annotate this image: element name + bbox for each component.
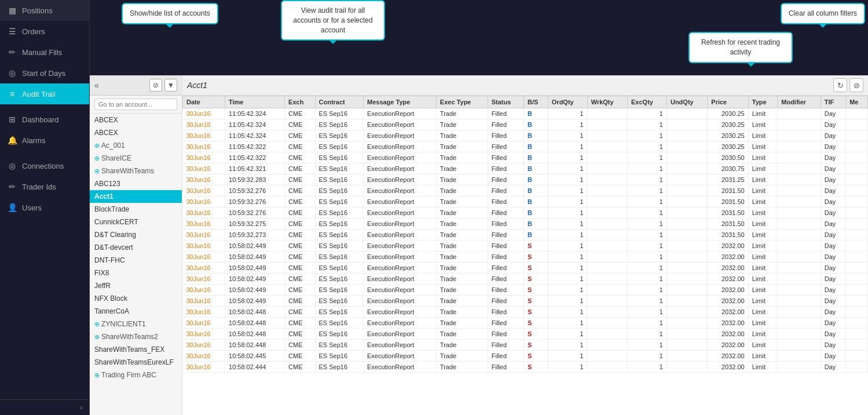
account-list-item[interactable]: Acct1 [90, 190, 182, 203]
account-list-item[interactable]: D&T Clearing [90, 228, 182, 241]
sidebar-item-positions[interactable]: ▦ Positions [0, 0, 89, 21]
clear-account-filter-button[interactable]: ⊘ [149, 79, 162, 92]
table-cell: ExecutionReport [363, 263, 436, 274]
table-row[interactable]: 30Jun1610:58:02.448CMEES Sep16ExecutionR… [183, 318, 868, 329]
table-cell: Day [821, 130, 845, 141]
table-row[interactable]: 30Jun1611:05:42.324CMEES Sep16ExecutionR… [183, 130, 868, 141]
table-row[interactable]: 30Jun1610:58:02.449CMEES Sep16ExecutionR… [183, 296, 868, 307]
sidebar-item-audit-trail[interactable]: ≡ Audit Trail [0, 83, 89, 104]
column-header-message-type[interactable]: Message Type [363, 96, 436, 108]
table-row[interactable]: 30Jun1611:05:42.324CMEES Sep16ExecutionR… [183, 119, 868, 130]
table-cell [587, 241, 627, 252]
account-list-item[interactable]: TannerCoA [90, 305, 182, 318]
table-cell: Day [821, 252, 845, 263]
account-list-item[interactable]: ⊕ShareICE [90, 152, 182, 165]
column-header-wrkqty[interactable]: WrkQty [587, 96, 627, 108]
table-row[interactable]: 30Jun1610:59:32.275CMEES Sep16ExecutionR… [183, 219, 868, 230]
table-row[interactable]: 30Jun1611:05:42.324CMEES Sep16ExecutionR… [183, 108, 868, 119]
table-cell: ExecutionReport [363, 329, 436, 340]
account-list-item[interactable]: ShareWithTeams_FEX [90, 343, 182, 356]
table-cell: CME [285, 141, 315, 152]
column-header-undqty[interactable]: UndQty [666, 96, 707, 108]
table-cell: Trade [436, 185, 488, 196]
column-header-tif[interactable]: TIF [821, 96, 845, 108]
sidebar-item-users[interactable]: 👤 Users [0, 197, 89, 218]
table-row[interactable]: 30Jun1610:58:02.449CMEES Sep16ExecutionR… [183, 263, 868, 274]
account-list-item[interactable]: CunnickCERT [90, 216, 182, 228]
account-list-item[interactable]: D&T-devcert [90, 241, 182, 254]
column-header-date[interactable]: Date [183, 96, 225, 108]
table-cell: 1 [628, 130, 667, 141]
sidebar-item-trader-ids[interactable]: ✏ Trader Ids [0, 176, 89, 197]
table-row[interactable]: 30Jun1611:05:42.322CMEES Sep16ExecutionR… [183, 141, 868, 152]
account-panel-collapse[interactable]: « [94, 81, 99, 90]
toolbar-right: ↻ ⊘ [833, 78, 863, 92]
column-header-contract[interactable]: Contract [315, 96, 363, 108]
table-cell: ExecutionReport [363, 119, 436, 130]
column-header-price[interactable]: Price [708, 96, 748, 108]
table-cell: ES Sep16 [315, 362, 363, 373]
account-list-item[interactable]: NFX Block [90, 292, 182, 305]
column-header-exch[interactable]: Exch [285, 96, 315, 108]
column-header-me[interactable]: Me [846, 96, 868, 108]
table-cell: Limit [748, 141, 778, 152]
account-list-item[interactable]: FIX8 [90, 267, 182, 279]
refresh-button[interactable]: ↻ [833, 78, 847, 92]
sidebar-item-start-of-days[interactable]: ◎ Start of Days [0, 63, 89, 83]
table-row[interactable]: 30Jun1610:58:02.445CMEES Sep16ExecutionR… [183, 351, 868, 362]
sidebar-item-orders[interactable]: ☰ Orders [0, 21, 89, 42]
account-list-item[interactable]: ABCEX [90, 126, 182, 139]
table-row[interactable]: 30Jun1610:59:32.276CMEES Sep16ExecutionR… [183, 208, 868, 219]
account-list-item[interactable]: ⊕ShareWithTeams2 [90, 330, 182, 343]
account-list-item[interactable]: ⊕Ac_001 [90, 139, 182, 152]
table-row[interactable]: 30Jun1610:58:02.444CMEES Sep16ExecutionR… [183, 362, 868, 373]
table-row[interactable]: 30Jun1610:58:02.449CMEES Sep16ExecutionR… [183, 252, 868, 263]
account-list-item[interactable]: ⊕Trading Firm ABC [90, 369, 182, 381]
table-row[interactable]: 30Jun1610:59:32.283CMEES Sep16ExecutionR… [183, 174, 868, 185]
table-row[interactable]: 30Jun1611:05:42.322CMEES Sep16ExecutionR… [183, 152, 868, 163]
column-header-b-s[interactable]: B/S [523, 96, 548, 108]
table-cell [587, 196, 627, 208]
column-header-type[interactable]: Type [748, 96, 778, 108]
table-cell: CME [285, 196, 315, 208]
column-header-exec-type[interactable]: Exec Type [436, 96, 488, 108]
table-row[interactable]: 30Jun1610:58:02.448CMEES Sep16ExecutionR… [183, 340, 868, 351]
account-list-item[interactable]: ShareWithTeamsEurexLF [90, 356, 182, 369]
table-row[interactable]: 30Jun1610:59:32.276CMEES Sep16ExecutionR… [183, 185, 868, 196]
account-list-item[interactable]: ABC123 [90, 177, 182, 190]
column-header-excqty[interactable]: ExcQty [628, 96, 667, 108]
table-row[interactable]: 30Jun1610:58:02.448CMEES Sep16ExecutionR… [183, 329, 868, 340]
clear-filters-button[interactable]: ⊘ [849, 78, 863, 92]
table-cell: Filled [488, 130, 523, 141]
table-row[interactable]: 30Jun1610:58:02.449CMEES Sep16ExecutionR… [183, 241, 868, 252]
column-header-modifier[interactable]: Modifier [778, 96, 821, 108]
table-cell: Filled [488, 340, 523, 351]
account-list-item[interactable]: BlockTrade [90, 203, 182, 216]
column-header-status[interactable]: Status [488, 96, 523, 108]
table-cell: ES Sep16 [315, 152, 363, 163]
table-row[interactable]: 30Jun1610:59:32.273CMEES Sep16ExecutionR… [183, 230, 868, 241]
table-row[interactable]: 30Jun1611:05:42.321CMEES Sep16ExecutionR… [183, 163, 868, 174]
table-row[interactable]: 30Jun1610:58:02.449CMEES Sep16ExecutionR… [183, 285, 868, 296]
account-list-item[interactable]: ABCEX [90, 114, 182, 126]
account-list-item[interactable]: ⊕ZYNICLIENT1 [90, 318, 182, 330]
column-header-time[interactable]: Time [225, 96, 285, 108]
account-list-item[interactable]: ⊕ShareWithTeams [90, 165, 182, 177]
column-header-ordqty[interactable]: OrdQty [548, 96, 587, 108]
account-list-item[interactable]: DNT-FHC [90, 254, 182, 267]
table-cell [587, 252, 627, 263]
sidebar-item-manual-fills[interactable]: ✏ Manual Fills [0, 42, 89, 63]
table-row[interactable]: 30Jun1610:58:02.448CMEES Sep16ExecutionR… [183, 307, 868, 318]
table-cell: 1 [628, 208, 667, 219]
account-search-input[interactable] [94, 99, 177, 110]
table-cell [778, 163, 821, 174]
table-row[interactable]: 30Jun1610:58:02.449CMEES Sep16ExecutionR… [183, 274, 868, 285]
filter-account-button[interactable]: ▼ [164, 79, 177, 92]
account-list-item[interactable]: JeffR [90, 279, 182, 292]
table-row[interactable]: 30Jun1610:59:32.276CMEES Sep16ExecutionR… [183, 196, 868, 208]
sidebar-item-dashboard[interactable]: ⊞ Dashboard [0, 109, 89, 130]
sidebar-item-connections[interactable]: ◎ Connections [0, 155, 89, 176]
table-cell: 30Jun16 [183, 351, 225, 362]
sidebar-item-alarms[interactable]: 🔔 Alarms [0, 130, 89, 151]
sidebar-collapse-button[interactable]: « [0, 400, 89, 415]
